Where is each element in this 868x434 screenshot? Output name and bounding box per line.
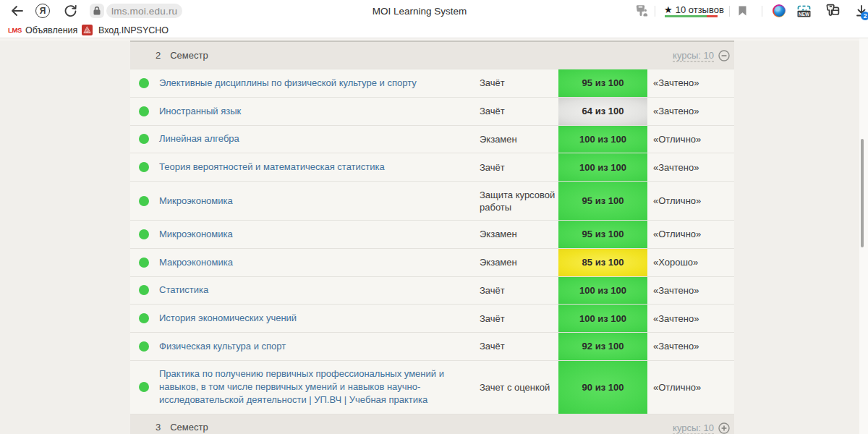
grade-cell: «Зачтено» [647, 333, 734, 360]
course-row: СтатистикаЗачёт100 из 100«Зачтено» [130, 276, 734, 305]
course-row: Физическая культура и спортЗачёт92 из 10… [130, 332, 734, 360]
course-row: Теория вероятностей и математическая ста… [130, 153, 734, 181]
course-link[interactable]: Микроэкономика [159, 195, 233, 208]
score-cell: 92 из 100 [558, 333, 647, 360]
status-cell [130, 182, 154, 220]
profile-avatar-inner [774, 6, 785, 17]
course-link[interactable]: Макроэкономика [159, 256, 233, 269]
grade-cell: «Зачтено» [647, 153, 734, 181]
course-name-cell: История экономических учений [154, 305, 470, 332]
course-status-dot [139, 285, 149, 295]
course-row: Практика по получению первичных професси… [130, 360, 734, 414]
browser-chrome: Я lms.moi.edu.ru MOI Learning System [0, 0, 868, 38]
toolbar-divider [729, 6, 730, 17]
new-badge-icon: NEW [796, 4, 812, 18]
course-link[interactable]: Теория вероятностей и математическая ста… [159, 161, 385, 174]
grade-cell: «Отлично» [647, 361, 734, 414]
collapse-icon[interactable] [718, 50, 730, 61]
bookmarks-bar: LMS Объявления Вход.INPSYCHO [0, 22, 868, 38]
course-row: МикроэкономикаЭкзамен95 из 100«Отлично» [130, 220, 734, 248]
course-link[interactable]: Практика по получению первичных професси… [159, 367, 466, 407]
course-name-cell: Физическая культура и спорт [154, 333, 470, 360]
course-name-cell: Иностранный язык [154, 98, 470, 125]
refresh-button[interactable] [62, 0, 78, 22]
course-status-dot [139, 134, 149, 144]
status-cell [130, 305, 154, 332]
grade-cell: «Отлично» [647, 182, 734, 220]
yandex-home-button[interactable]: Я [35, 0, 51, 22]
course-link[interactable]: История экономических учений [159, 312, 297, 325]
collections-button[interactable] [825, 0, 841, 22]
course-link[interactable]: Иностранный язык [159, 105, 241, 118]
status-cell [130, 98, 154, 125]
lock-icon [93, 7, 101, 15]
ssl-lock-chip[interactable] [90, 4, 104, 18]
grade-cell: «Зачтено» [647, 69, 734, 97]
grade-cell: «Отлично» [647, 221, 734, 248]
course-row: МакроэкономикаЭкзамен85 из 100«Хорошо» [130, 248, 734, 276]
exam-type-cell: Зачет с оценкой [470, 361, 558, 414]
address-bar[interactable]: lms.moi.edu.ru [106, 4, 182, 18]
scrollbar-thumb[interactable] [861, 139, 864, 247]
protect-button[interactable] [632, 0, 651, 22]
score-cell: 100 из 100 [558, 277, 647, 305]
key-person-icon [634, 4, 649, 18]
bookmark-flag-icon [739, 6, 746, 16]
courses-count-toggle[interactable]: курсы: 10 [673, 422, 714, 434]
toolbar-divider [762, 6, 762, 17]
profile-avatar[interactable] [773, 4, 786, 17]
bookmark-label: Вход.INPSYCHO [98, 25, 169, 35]
course-name-cell: Микроэкономика [154, 221, 470, 248]
course-link[interactable]: Физическая культура и спорт [159, 340, 286, 353]
courses-count-toggle[interactable]: курсы: 10 [673, 49, 714, 61]
score-cell: 90 из 100 [558, 361, 647, 414]
status-cell [130, 277, 154, 305]
course-link[interactable]: Линейная алгебра [159, 132, 239, 145]
score-cell: 95 из 100 [558, 182, 647, 220]
grade-cell: «Отлично» [647, 126, 734, 153]
video-new-button[interactable]: NEW [796, 0, 812, 22]
status-cell [130, 69, 154, 97]
course-status-dot [139, 382, 149, 392]
course-status-dot [139, 229, 149, 239]
exam-type-cell: Зачёт [470, 69, 558, 97]
score-cell: 100 из 100 [558, 153, 647, 181]
semester-label: Семестр [170, 50, 208, 61]
expand-icon[interactable] [718, 422, 730, 434]
course-name-cell: Микроэкономика [154, 182, 470, 220]
status-cell [130, 153, 154, 181]
course-status-dot [139, 341, 149, 352]
yandex-logo-icon: Я [35, 4, 50, 18]
course-rows: Элективные дисциплины по физической куль… [130, 69, 734, 414]
grades-table: 2 Семестр курсы: 10 Элективные дисциплин… [130, 41, 734, 434]
page-viewport: 2 Семестр курсы: 10 Элективные дисциплин… [0, 38, 868, 434]
bookmark-flag-button[interactable] [735, 0, 749, 22]
course-link[interactable]: Статистика [159, 284, 208, 297]
course-row: Элективные дисциплины по физической куль… [130, 69, 734, 97]
course-name-cell: Линейная алгебра [154, 126, 470, 153]
grade-cell: «Зачтено» [647, 277, 734, 305]
svg-text:NEW: NEW [799, 12, 810, 17]
course-status-dot [139, 106, 149, 116]
course-name-cell: Макроэкономика [154, 249, 470, 276]
status-cell [130, 249, 154, 276]
grade-cell: «Зачтено» [647, 98, 734, 125]
course-status-dot [139, 258, 149, 268]
exam-type-cell: Зачёт [470, 333, 558, 360]
course-name-cell: Практика по получению первичных професси… [154, 361, 470, 414]
back-button[interactable] [7, 0, 26, 22]
course-status-dot [139, 78, 149, 88]
course-link[interactable]: Микроэкономика [159, 228, 233, 241]
exam-type-cell: Зачёт [470, 153, 558, 181]
course-name-cell: Теория вероятностей и математическая ста… [154, 153, 470, 181]
star-icon: ★ [664, 5, 673, 14]
lms-favicon: LMS [8, 27, 20, 34]
course-link[interactable]: Элективные дисциплины по физической куль… [159, 77, 417, 90]
bookmark-announcements[interactable]: LMS Объявления [8, 22, 77, 38]
grade-cell: «Хорошо» [647, 249, 734, 276]
scrollbar-track[interactable] [859, 38, 868, 434]
bookmark-inpsycho[interactable]: Вход.INPSYCHO [82, 22, 169, 38]
course-status-dot [139, 196, 149, 206]
status-cell [130, 361, 154, 414]
refresh-icon [64, 4, 77, 18]
